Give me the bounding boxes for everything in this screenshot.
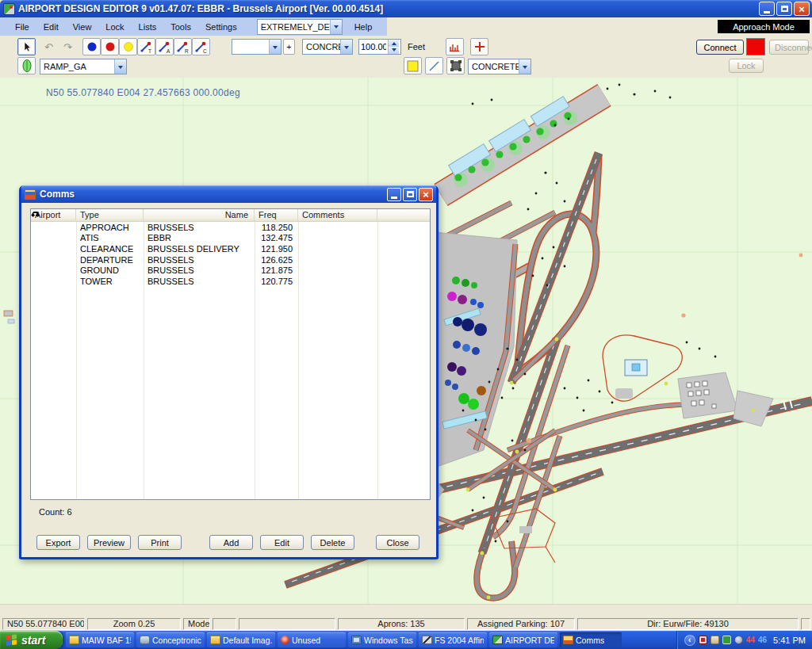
add-link-button[interactable]: R bbox=[174, 38, 192, 55]
menu-item[interactable]: Lists bbox=[132, 22, 164, 32]
width-stepper[interactable] bbox=[358, 39, 401, 55]
fill-color-button[interactable] bbox=[404, 57, 422, 74]
draw-line-button[interactable] bbox=[425, 57, 443, 74]
chevron-down-icon[interactable] bbox=[519, 59, 530, 74]
dialog-button[interactable]: Preview bbox=[87, 535, 131, 550]
add-point-yellow-button[interactable] bbox=[119, 38, 137, 55]
add-link-button[interactable]: T bbox=[137, 38, 155, 55]
dialog-button[interactable]: Export bbox=[36, 535, 80, 550]
menu-item[interactable]: File bbox=[8, 22, 36, 32]
ramp-type-dropdown[interactable]: RAMP_GA bbox=[40, 59, 127, 74]
spin-up-icon[interactable] bbox=[389, 40, 399, 47]
taskbar-item[interactable]: FS 2004 Affin... bbox=[419, 632, 487, 647]
column-header[interactable]: Freq bbox=[255, 209, 298, 221]
select-region-button[interactable] bbox=[446, 57, 465, 74]
dialog-maximize-button[interactable] bbox=[403, 188, 417, 201]
status-panel bbox=[801, 618, 810, 630]
red-cross-icon bbox=[474, 41, 485, 52]
menu-item[interactable]: Tools bbox=[163, 22, 198, 32]
add-point-blue-button[interactable] bbox=[82, 38, 101, 55]
hide-icons-chevron[interactable]: ‹ bbox=[684, 635, 695, 646]
comms-listview[interactable]: AirportTypeNameFreqComments bbox=[30, 208, 431, 500]
chevron-down-icon[interactable] bbox=[340, 40, 352, 54]
status-panel: N50 55.077840 E004 27.457663 bbox=[2, 618, 85, 630]
chevron-down-icon[interactable] bbox=[330, 20, 342, 34]
elevation-profile-button[interactable] bbox=[446, 38, 464, 55]
status-bar: N50 55.077840 E004 27.457663Zoom 0.25Mod… bbox=[0, 617, 812, 631]
column-header[interactable]: Name bbox=[144, 209, 255, 221]
name-cell: EBBR bbox=[144, 233, 255, 242]
close-button[interactable]: × bbox=[794, 2, 810, 16]
comm-row[interactable]: GROUND BRUSSELS 121.875 bbox=[31, 265, 430, 276]
taskbar-item[interactable]: Conceptronic ... bbox=[136, 632, 205, 647]
menu-item[interactable]: Edit bbox=[36, 22, 66, 32]
name-cell: BRUSSELS DELIVERY bbox=[144, 244, 255, 254]
menu-items: FileEditViewLockListsToolsSettings bbox=[0, 17, 252, 36]
menu-item[interactable]: Settings bbox=[198, 22, 244, 32]
dialog-button[interactable]: Delete bbox=[311, 535, 354, 550]
taskbar-item[interactable]: Unused bbox=[278, 632, 346, 647]
menu-item-help[interactable]: Help bbox=[347, 22, 380, 32]
chevron-down-icon[interactable] bbox=[114, 59, 126, 74]
dialog-titlebar[interactable]: Comms × bbox=[21, 185, 436, 203]
taskbar: start MAIW BAF 15... Conceptronic ... De… bbox=[0, 631, 812, 649]
taskbar-item[interactable]: Comms bbox=[560, 632, 622, 647]
connect-button[interactable]: Connect bbox=[696, 40, 744, 55]
map-viewport[interactable]: N50 55.077840 E004 27.457663 000.00deg C… bbox=[0, 78, 812, 604]
surface-dropdown[interactable]: CONCRETE bbox=[302, 39, 353, 55]
status-panel: Dir: Eurw/File: 49130 bbox=[577, 618, 799, 630]
add-cross-button[interactable] bbox=[470, 38, 488, 55]
selection-type-dropdown[interactable] bbox=[232, 39, 282, 55]
undo-button[interactable]: ↶ bbox=[40, 38, 58, 55]
column-header[interactable]: Comments bbox=[298, 209, 377, 221]
spin-down-icon[interactable] bbox=[389, 47, 399, 54]
add-link-button[interactable]: A bbox=[155, 38, 174, 55]
comm-row[interactable]: DEPARTURE BRUSSELS 126.625 bbox=[31, 254, 430, 265]
link-segment-icon: A bbox=[158, 40, 171, 54]
tray-monitor-icon-green[interactable] bbox=[722, 636, 731, 644]
menu-item[interactable]: Lock bbox=[98, 22, 131, 32]
status-panel: Assigned Parking: 107 bbox=[467, 618, 575, 630]
dialog-title: Comms bbox=[40, 189, 385, 200]
comm-row[interactable]: ATIS EBBR 132.475 bbox=[31, 233, 430, 244]
dialog-button[interactable]: Edit bbox=[260, 535, 304, 550]
restore-button[interactable] bbox=[776, 2, 792, 16]
taskbar-item[interactable]: AIRPORT DES... bbox=[489, 632, 557, 647]
taskbar-item[interactable]: Windows Tas... bbox=[348, 632, 416, 647]
dialog-button[interactable]: Close bbox=[376, 535, 419, 550]
menu-item[interactable]: View bbox=[66, 22, 99, 32]
blue-dot-icon bbox=[86, 41, 98, 52]
add-link-button[interactable]: C bbox=[192, 38, 210, 55]
chevron-down-icon[interactable] bbox=[269, 40, 281, 54]
start-button[interactable]: start bbox=[0, 631, 63, 649]
minimize-button[interactable] bbox=[759, 2, 775, 16]
tray-app-icon-red[interactable] bbox=[699, 636, 707, 644]
small-add-button[interactable]: + bbox=[283, 39, 295, 55]
apron-surface-dropdown[interactable]: CONCRETE bbox=[468, 59, 531, 74]
density-dropdown[interactable]: EXTREMELY_DENSE bbox=[257, 19, 343, 35]
dialog-button[interactable]: Print bbox=[138, 535, 182, 550]
width-input[interactable] bbox=[359, 42, 388, 52]
dialog-button[interactable]: Add bbox=[209, 535, 253, 550]
comm-row[interactable]: APPROACH BRUSSELS 118.250 bbox=[31, 222, 430, 233]
taskbar-item[interactable]: MAIW BAF 15... bbox=[66, 632, 134, 647]
diagonal-line-icon bbox=[428, 60, 440, 72]
lock-button[interactable]: Lock bbox=[729, 59, 764, 73]
pointer-tool-button[interactable] bbox=[17, 38, 36, 55]
tray-app-icon-beige[interactable] bbox=[710, 636, 719, 644]
taskbar-item[interactable]: Default Imag... bbox=[207, 632, 275, 647]
disconnect-button[interactable]: Disconnect bbox=[769, 40, 809, 55]
comm-row[interactable]: TOWER BRUSSELS 120.775 bbox=[31, 276, 430, 287]
tray-volume-icon[interactable] bbox=[734, 636, 743, 644]
app-icon bbox=[3, 3, 15, 15]
column-header[interactable]: Type bbox=[76, 209, 144, 221]
status-panel: Aprons: 135 bbox=[338, 618, 465, 630]
dialog-minimize-button[interactable] bbox=[387, 188, 401, 201]
redo-button[interactable]: ↷ bbox=[59, 38, 77, 55]
comm-row[interactable]: CLEARANCE BRUSSELS DELIVERY 121.950 bbox=[31, 243, 430, 254]
status-panel: Zoom 0.25 bbox=[87, 618, 181, 630]
dialog-close-button[interactable]: × bbox=[419, 188, 433, 201]
add-point-red-button[interactable] bbox=[101, 38, 119, 55]
svg-text:A: A bbox=[167, 48, 170, 54]
ramp-tool-button[interactable] bbox=[17, 57, 36, 74]
